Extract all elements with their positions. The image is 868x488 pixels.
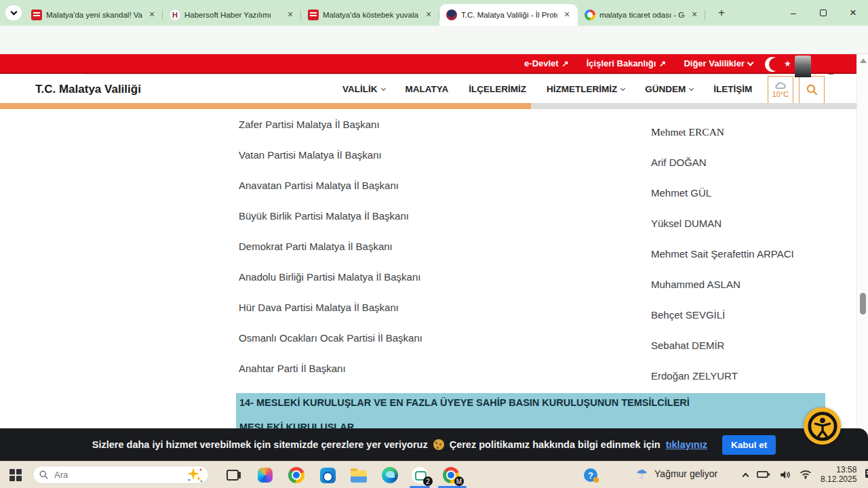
tab-title: Habersoft Haber Yazılımı: [184, 11, 281, 19]
cookie-message: Sizlere daha iyi hizmet verebilmek için …: [92, 439, 428, 450]
speaker-icon[interactable]: [779, 470, 791, 480]
nav-label: İLETİŞİM: [713, 84, 752, 94]
help-icon: ?: [584, 468, 597, 482]
close-icon[interactable]: ×: [146, 9, 157, 20]
table-row: Hür Dava Partisi Malatya İl BaşkanıBehçe…: [0, 292, 856, 323]
taskbar-weather[interactable]: ☂ Yağmur geliyor: [636, 466, 717, 481]
site-search-button[interactable]: [799, 76, 825, 104]
scrollbar-thumb[interactable]: [860, 293, 866, 314]
gov-top-bar: e-Devlet↗ İçişleri Bakanlığı↗ Diğer Vali…: [0, 54, 868, 74]
row-title: Anavatan Partisi Malatya İl Başkanı: [239, 180, 399, 191]
task-view-button[interactable]: [224, 466, 241, 484]
file-explorer-button[interactable]: [350, 466, 368, 484]
nav-label: HİZMETLERİMİZ: [547, 84, 617, 94]
help-button[interactable]: ?: [582, 466, 599, 484]
taskbar-clock[interactable]: 13:58 8.12.2025: [821, 465, 856, 484]
row-title: Demokrat Parti Malatya İl Başkanı: [239, 241, 393, 252]
tab-search-button[interactable]: [5, 5, 22, 20]
google-icon: [585, 9, 595, 20]
site-brand[interactable]: T.C. Malatya Valiliği: [35, 83, 141, 96]
cookie-info: Çerez politikamız hakkında bilgi edinmek…: [450, 439, 660, 450]
news-site-icon: [308, 9, 319, 20]
tab-news-1[interactable]: Malatya'da yeni skandal! Vali ×: [24, 4, 163, 26]
nav-malatya[interactable]: MALATYA: [406, 84, 449, 94]
tab-title: T.C. Malatya Valiliği - İl Proto: [461, 11, 557, 19]
battery-icon[interactable]: [757, 470, 770, 479]
row-title: Osmanlı Ocakları Ocak Partisi İl Başkanı: [239, 332, 422, 344]
maximize-button[interactable]: [808, 0, 838, 26]
row-title: Anadolu Birliği Partisi Malatya İl Başka…: [239, 271, 420, 283]
nav-valilik[interactable]: VALİLİK: [342, 84, 385, 94]
taskbar-search[interactable]: [33, 466, 209, 484]
nav-hizmetlerimiz[interactable]: HİZMETLERİMİZ: [547, 84, 625, 94]
chevron-down-icon: [10, 9, 17, 16]
close-icon[interactable]: ×: [423, 9, 434, 20]
chrome-profile-button[interactable]: M: [442, 466, 460, 484]
weather-status-label: Yağmur geliyor: [654, 468, 717, 479]
close-icon[interactable]: ×: [689, 9, 700, 20]
tab-news-2[interactable]: Malatya'da köstebek yuvala ×: [301, 4, 439, 26]
row-name: Arif DOĞAN: [651, 157, 707, 168]
nav-gundem[interactable]: GÜNDEM: [645, 84, 693, 94]
row-title: Anahtar Parti İl Başkanı: [239, 363, 346, 374]
weather-widget[interactable]: 10°C: [768, 76, 793, 104]
copilot-icon: [258, 468, 273, 483]
table-row: Osmanlı Ocakları Ocak Partisi İl Başkanı…: [0, 323, 856, 353]
cookie-policy-link[interactable]: tıklayınız: [666, 439, 707, 450]
accept-cookies-button[interactable]: Kabul et: [722, 435, 776, 455]
search-icon: [39, 470, 49, 480]
table-row: Vatan Partisi Malatya İl BaşkanıArif DOĞ…: [0, 140, 856, 170]
start-button[interactable]: [9, 469, 22, 481]
table-row: Büyük Birlik Partisi Malatya İl BaşkanıY…: [0, 201, 856, 231]
temperature-label: 10°C: [772, 90, 789, 98]
site-header: T.C. Malatya Valiliği VALİLİK MALATYA İL…: [0, 75, 868, 103]
maximize-icon: [820, 9, 827, 16]
tab-google-search[interactable]: malatya ticaret odası - Goog ×: [578, 4, 705, 26]
copilot-button[interactable]: [256, 466, 274, 484]
tab-malatya-valiligi-active[interactable]: T.C. Malatya Valiliği - İl Proto ×: [439, 4, 578, 26]
chrome-taskbar-button[interactable]: [288, 466, 305, 484]
search-icon: [806, 83, 818, 96]
scrollbar-up-arrow-icon[interactable]: [860, 58, 867, 63]
link-edevlet[interactable]: e-Devlet↗: [524, 58, 569, 68]
section-heading: 14- MESLEKİ KURULUŞLAR VE EN FAZLA ÜYEYE…: [239, 397, 690, 408]
row-name: Yüksel DUMAN: [651, 218, 722, 229]
scroll-progress-fill: [0, 103, 531, 109]
link-icisleri[interactable]: İçişleri Bakanlığı↗: [587, 58, 667, 68]
link-label: İçişleri Bakanlığı: [587, 58, 656, 68]
nav-ilcelerimiz[interactable]: İLÇELERİMİZ: [469, 84, 526, 94]
close-window-button[interactable]: ×: [838, 0, 868, 26]
new-tab-button[interactable]: +: [713, 5, 730, 21]
profile-badge: M: [454, 476, 464, 486]
clock-time: 13:58: [821, 465, 856, 474]
cookie-consent-banner: Sizlere daha iyi hizmet verebilmek için …: [0, 428, 868, 461]
notification-center-button[interactable]: 35: [865, 469, 868, 480]
sparkle-icon: [186, 468, 203, 483]
edge-button[interactable]: [381, 466, 399, 484]
chat-button[interactable]: 2: [411, 466, 429, 484]
clock-date: 8.12.2025: [821, 474, 856, 484]
row-title: Zafer Partisi Malatya İl Başkanı: [239, 119, 380, 130]
search-input[interactable]: [54, 470, 181, 480]
page-scrollbar[interactable]: [856, 54, 868, 461]
cloud-icon: [774, 82, 787, 89]
table-row: Anahtar Parti İl BaşkanıErdoğan ZELYURT: [0, 353, 856, 384]
tab-habersoft[interactable]: H Habersoft Haber Yazılımı ×: [163, 4, 301, 26]
wifi-icon[interactable]: [800, 470, 812, 479]
close-icon[interactable]: ×: [285, 9, 296, 20]
cookie-icon: [433, 439, 444, 450]
task-view-icon: [226, 470, 239, 481]
minimize-button[interactable]: –: [778, 0, 808, 26]
browser-tab-strip: Malatya'da yeni skandal! Vali × H Habers…: [0, 0, 868, 26]
row-name: Mehmet Sait Şerafettin ARPACI: [651, 248, 794, 260]
tray-expand-icon[interactable]: [743, 472, 749, 479]
external-link-icon: ↗: [659, 59, 666, 68]
accessibility-button[interactable]: [804, 407, 841, 445]
folder-icon: [351, 470, 367, 483]
nav-iletisim[interactable]: İLETİŞİM: [713, 84, 752, 94]
close-icon[interactable]: ×: [561, 9, 572, 20]
browser-toolbar: ← → ⟳ Güvenli değil malatya.gov.tr/il-pr…: [0, 26, 868, 54]
link-diger-valilikler[interactable]: Diğer Valilikler: [684, 58, 753, 68]
turkish-flag-emblem: ★: [753, 56, 821, 74]
outlook-button[interactable]: [319, 466, 336, 484]
